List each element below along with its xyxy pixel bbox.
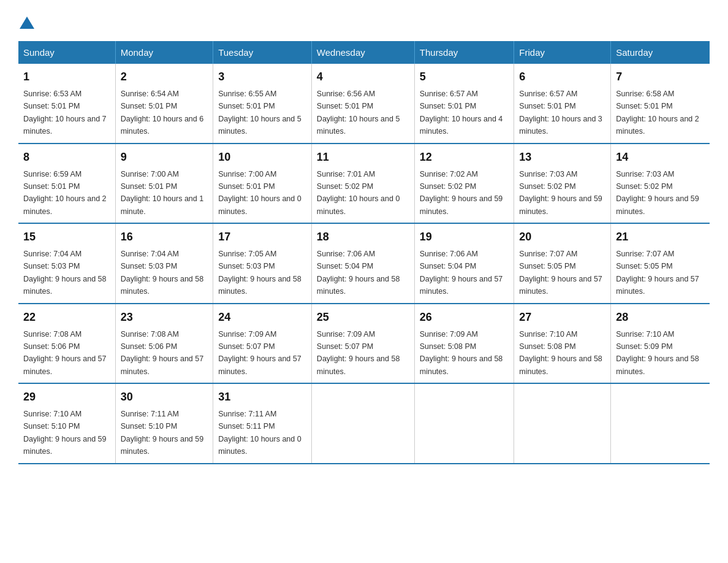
day-number: 4 [317,69,409,85]
day-number: 31 [218,389,306,405]
day-info: Sunrise: 7:11 AMSunset: 5:11 PMDaylight:… [218,410,301,456]
calendar-cell [311,383,414,464]
calendar-cell: 1Sunrise: 6:53 AMSunset: 5:01 PMDaylight… [18,64,115,144]
day-info: Sunrise: 6:58 AMSunset: 5:01 PMDaylight:… [616,90,699,136]
calendar-cell: 16Sunrise: 7:04 AMSunset: 5:03 PMDayligh… [115,223,213,304]
day-number: 5 [420,69,509,85]
day-info: Sunrise: 7:00 AMSunset: 5:01 PMDaylight:… [218,170,301,216]
day-info: Sunrise: 7:10 AMSunset: 5:08 PMDaylight:… [519,330,602,376]
calendar-cell: 24Sunrise: 7:09 AMSunset: 5:07 PMDayligh… [213,304,312,384]
day-info: Sunrise: 7:00 AMSunset: 5:01 PMDaylight:… [121,170,204,216]
day-info: Sunrise: 7:04 AMSunset: 5:03 PMDaylight:… [23,250,107,296]
calendar-cell: 25Sunrise: 7:09 AMSunset: 5:07 PMDayligh… [311,304,414,384]
day-info: Sunrise: 6:55 AMSunset: 5:01 PMDaylight:… [218,90,301,136]
day-number: 17 [218,229,306,245]
calendar-header-row: SundayMondayTuesdayWednesdayThursdayFrid… [18,41,710,64]
day-info: Sunrise: 7:05 AMSunset: 5:03 PMDaylight:… [218,250,301,296]
logo-triangle-icon [20,17,34,29]
calendar-cell: 21Sunrise: 7:07 AMSunset: 5:05 PMDayligh… [611,223,710,304]
calendar-cell: 14Sunrise: 7:03 AMSunset: 5:02 PMDayligh… [611,144,710,224]
calendar-week-2: 8Sunrise: 6:59 AMSunset: 5:01 PMDaylight… [18,144,710,224]
calendar-cell: 8Sunrise: 6:59 AMSunset: 5:01 PMDaylight… [18,144,115,224]
calendar-cell: 22Sunrise: 7:08 AMSunset: 5:06 PMDayligh… [18,304,115,384]
day-number: 11 [317,149,409,166]
day-number: 22 [23,309,110,326]
day-number: 24 [218,309,306,326]
day-info: Sunrise: 7:01 AMSunset: 5:02 PMDaylight:… [317,170,400,216]
calendar-cell [414,383,514,464]
day-number: 19 [420,229,509,245]
day-number: 27 [519,309,605,326]
calendar-week-4: 22Sunrise: 7:08 AMSunset: 5:06 PMDayligh… [18,304,710,384]
calendar-cell: 10Sunrise: 7:00 AMSunset: 5:01 PMDayligh… [213,144,312,224]
calendar-cell: 3Sunrise: 6:55 AMSunset: 5:01 PMDaylight… [213,64,312,144]
day-number: 18 [317,229,409,245]
day-number: 6 [519,69,605,85]
day-info: Sunrise: 7:09 AMSunset: 5:08 PMDaylight:… [420,330,503,376]
calendar-week-5: 29Sunrise: 7:10 AMSunset: 5:10 PMDayligh… [18,383,710,464]
day-number: 16 [121,229,208,245]
header-wednesday: Wednesday [311,41,414,64]
day-number: 21 [616,229,705,245]
calendar-cell: 12Sunrise: 7:02 AMSunset: 5:02 PMDayligh… [414,144,514,224]
day-number: 3 [218,69,306,85]
calendar-cell: 28Sunrise: 7:10 AMSunset: 5:09 PMDayligh… [611,304,710,384]
day-info: Sunrise: 7:03 AMSunset: 5:02 PMDaylight:… [616,170,699,216]
day-number: 25 [317,309,409,326]
calendar-cell [611,383,710,464]
day-info: Sunrise: 7:08 AMSunset: 5:06 PMDaylight:… [23,330,107,376]
day-info: Sunrise: 7:04 AMSunset: 5:03 PMDaylight:… [121,250,204,296]
calendar-cell: 6Sunrise: 6:57 AMSunset: 5:01 PMDaylight… [514,64,611,144]
day-number: 28 [616,309,705,326]
day-info: Sunrise: 7:09 AMSunset: 5:07 PMDaylight:… [317,330,400,376]
day-info: Sunrise: 7:09 AMSunset: 5:07 PMDaylight:… [218,330,301,376]
day-number: 8 [23,149,110,166]
header-tuesday: Tuesday [213,41,312,64]
calendar-cell: 29Sunrise: 7:10 AMSunset: 5:10 PMDayligh… [18,383,115,464]
day-number: 15 [23,229,110,245]
day-number: 26 [420,309,509,326]
calendar-cell: 5Sunrise: 6:57 AMSunset: 5:01 PMDaylight… [414,64,514,144]
day-info: Sunrise: 6:59 AMSunset: 5:01 PMDaylight:… [23,170,107,216]
calendar-cell: 15Sunrise: 7:04 AMSunset: 5:03 PMDayligh… [18,223,115,304]
day-number: 7 [616,69,705,85]
day-info: Sunrise: 7:10 AMSunset: 5:10 PMDaylight:… [23,410,107,456]
day-info: Sunrise: 7:02 AMSunset: 5:02 PMDaylight:… [420,170,503,216]
calendar-cell: 13Sunrise: 7:03 AMSunset: 5:02 PMDayligh… [514,144,611,224]
day-number: 23 [121,309,208,326]
day-info: Sunrise: 7:03 AMSunset: 5:02 PMDaylight:… [519,170,602,216]
calendar-cell: 30Sunrise: 7:11 AMSunset: 5:10 PMDayligh… [115,383,213,464]
day-info: Sunrise: 7:08 AMSunset: 5:06 PMDaylight:… [121,330,204,376]
calendar-cell: 19Sunrise: 7:06 AMSunset: 5:04 PMDayligh… [414,223,514,304]
day-number: 13 [519,149,605,166]
header-thursday: Thursday [414,41,514,64]
calendar-cell: 26Sunrise: 7:09 AMSunset: 5:08 PMDayligh… [414,304,514,384]
calendar-cell: 2Sunrise: 6:54 AMSunset: 5:01 PMDaylight… [115,64,213,144]
calendar-week-1: 1Sunrise: 6:53 AMSunset: 5:01 PMDaylight… [18,64,710,144]
day-number: 2 [121,69,208,85]
calendar-cell [514,383,611,464]
calendar-cell: 23Sunrise: 7:08 AMSunset: 5:06 PMDayligh… [115,304,213,384]
page-header [18,12,710,29]
day-info: Sunrise: 6:54 AMSunset: 5:01 PMDaylight:… [121,90,204,136]
calendar-cell: 20Sunrise: 7:07 AMSunset: 5:05 PMDayligh… [514,223,611,304]
calendar-cell: 7Sunrise: 6:58 AMSunset: 5:01 PMDaylight… [611,64,710,144]
day-info: Sunrise: 6:57 AMSunset: 5:01 PMDaylight:… [519,90,602,136]
day-number: 30 [121,389,208,405]
calendar-cell: 11Sunrise: 7:01 AMSunset: 5:02 PMDayligh… [311,144,414,224]
day-info: Sunrise: 6:53 AMSunset: 5:01 PMDaylight:… [23,90,107,136]
day-number: 1 [23,69,110,85]
day-info: Sunrise: 7:10 AMSunset: 5:09 PMDaylight:… [616,330,699,376]
logo [18,12,34,29]
header-friday: Friday [514,41,611,64]
calendar-cell: 17Sunrise: 7:05 AMSunset: 5:03 PMDayligh… [213,223,312,304]
calendar-cell: 18Sunrise: 7:06 AMSunset: 5:04 PMDayligh… [311,223,414,304]
calendar-cell: 27Sunrise: 7:10 AMSunset: 5:08 PMDayligh… [514,304,611,384]
header-saturday: Saturday [611,41,710,64]
calendar-table: SundayMondayTuesdayWednesdayThursdayFrid… [18,41,710,464]
calendar-cell: 31Sunrise: 7:11 AMSunset: 5:11 PMDayligh… [213,383,312,464]
day-number: 20 [519,229,605,245]
day-info: Sunrise: 6:56 AMSunset: 5:01 PMDaylight:… [317,90,400,136]
calendar-cell: 9Sunrise: 7:00 AMSunset: 5:01 PMDaylight… [115,144,213,224]
day-info: Sunrise: 7:07 AMSunset: 5:05 PMDaylight:… [519,250,602,296]
